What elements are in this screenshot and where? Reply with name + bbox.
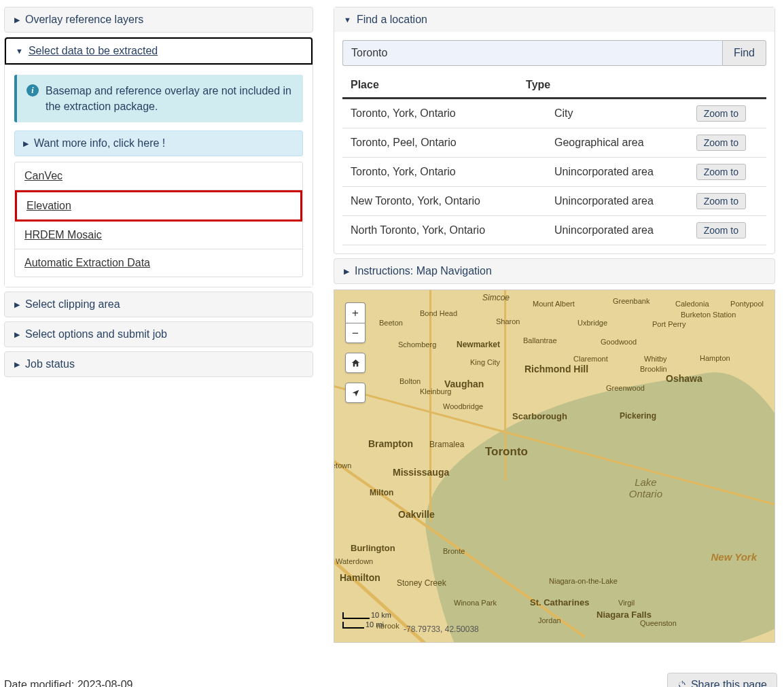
zoom-to-button[interactable]: Zoom to bbox=[696, 164, 746, 180]
place-whitby: Whitby bbox=[644, 355, 667, 363]
zoom-to-button[interactable]: Zoom to bbox=[696, 105, 746, 122]
lake-ontario-label: LakeOntario bbox=[629, 477, 662, 499]
place-claremont: Claremont bbox=[573, 355, 608, 363]
instructions-header[interactable]: ▶ Instructions: Map Navigation bbox=[334, 259, 774, 283]
zoom-to-button[interactable]: Zoom to bbox=[696, 193, 746, 209]
zoom-to-button[interactable]: Zoom to bbox=[696, 135, 746, 151]
chevron-right-icon: ▶ bbox=[14, 330, 20, 339]
want-more-info-header[interactable]: ▶ Want more info, click here ! bbox=[14, 130, 303, 156]
info-icon: i bbox=[26, 84, 39, 96]
place-caledonia: Caledonia bbox=[675, 300, 709, 308]
select-data-header[interactable]: ▼ Select data to be extracted bbox=[5, 37, 313, 65]
map-canvas[interactable]: LakeOntario Toronto Simcoe Newmarket Ric… bbox=[334, 289, 775, 643]
place-pontypool: Pontypool bbox=[730, 300, 764, 308]
col-type: Type bbox=[518, 73, 678, 98]
place-burlington: Burlington bbox=[351, 543, 395, 553]
place-toronto: Toronto bbox=[485, 445, 528, 459]
table-row: Toronto, York, Ontario Unincorporated ar… bbox=[342, 158, 766, 187]
results-scroll[interactable]: Toronto, York, Ontario City Zoom to Toro… bbox=[342, 99, 766, 245]
zoom-to-button[interactable]: Zoom to bbox=[696, 222, 746, 239]
table-row: Toronto, Peel, Ontario Geographical area… bbox=[342, 128, 766, 158]
alert-message: Basemap and reference overlay are not in… bbox=[46, 83, 293, 114]
chevron-right-icon: ▶ bbox=[14, 16, 20, 24]
place-etown: etown bbox=[334, 461, 351, 470]
job-status-header[interactable]: ▶ Job status bbox=[5, 352, 313, 376]
place-goodwood: Goodwood bbox=[601, 338, 637, 346]
find-button[interactable]: Find bbox=[722, 40, 766, 66]
place-king-city: King City bbox=[470, 358, 500, 366]
place-richmond-hill: Richmond Hill bbox=[524, 364, 588, 374]
place-schomberg: Schomberg bbox=[398, 340, 436, 349]
place-ballantrae: Ballantrae bbox=[523, 336, 557, 345]
date-modified: Date modified: 2023-08-09 bbox=[4, 679, 132, 687]
place-jordan: Jordan bbox=[538, 616, 561, 624]
place-mount-albert: Mount Albert bbox=[533, 300, 575, 308]
col-place: Place bbox=[342, 73, 518, 98]
location-search-input[interactable] bbox=[342, 40, 722, 66]
cell-place: Toronto, York, Ontario bbox=[342, 158, 546, 187]
instructions-label: Instructions: Map Navigation bbox=[355, 265, 492, 277]
place-hamilton: Hamilton bbox=[340, 572, 380, 583]
place-greenbank: Greenbank bbox=[613, 297, 649, 305]
data-item-hrdem[interactable]: HRDEM Mosaic bbox=[15, 222, 302, 249]
place-newmarket: Newmarket bbox=[457, 340, 500, 349]
place-virgil: Virgil bbox=[618, 599, 635, 607]
cell-place: Toronto, York, Ontario bbox=[342, 99, 546, 128]
data-item-elevation[interactable]: Elevation bbox=[15, 190, 302, 222]
share-page-button[interactable]: Share this page bbox=[667, 673, 777, 687]
cell-type: City bbox=[546, 99, 677, 128]
map-scale: 10 km 10 mi bbox=[342, 611, 391, 629]
cell-type: Geographical area bbox=[546, 128, 677, 158]
options-label: Select options and submit job bbox=[25, 328, 167, 340]
share-icon bbox=[677, 680, 687, 687]
overlay-header-label: Overlay reference layers bbox=[25, 14, 143, 26]
place-brooklin: Brooklin bbox=[640, 365, 667, 373]
place-queenston: Queenston bbox=[640, 619, 677, 627]
map-coords: -78.79733, 42.50038 bbox=[404, 624, 479, 634]
place-oshawa: Oshawa bbox=[666, 373, 702, 384]
place-woodbridge: Woodbridge bbox=[443, 402, 483, 410]
select-clipping-area-header[interactable]: ▶ Select clipping area bbox=[5, 292, 313, 317]
place-bronte: Bronte bbox=[443, 547, 465, 555]
col-action bbox=[678, 73, 766, 98]
cell-type: Unincorporated area bbox=[546, 158, 677, 187]
place-winona: Winona Park bbox=[454, 599, 497, 607]
locate-button[interactable] bbox=[345, 383, 366, 403]
find-location-header[interactable]: ▼ Find a location bbox=[334, 7, 774, 32]
chevron-right-icon: ▶ bbox=[14, 360, 20, 369]
place-port-perry: Port Perry bbox=[652, 320, 686, 328]
place-stoney-creek: Stoney Creek bbox=[397, 578, 446, 588]
table-row: New Toronto, York, Ontario Unincorporate… bbox=[342, 187, 766, 216]
table-row: Toronto, York, Ontario City Zoom to bbox=[342, 99, 766, 128]
select-options-header[interactable]: ▶ Select options and submit job bbox=[5, 322, 313, 347]
road-line bbox=[429, 290, 431, 521]
cell-place: New Toronto, York, Ontario bbox=[342, 187, 546, 216]
place-greenwood: Greenwood bbox=[606, 384, 645, 392]
data-item-auto-extraction[interactable]: Automatic Extraction Data bbox=[15, 249, 302, 277]
place-mississauga: Mississauga bbox=[393, 467, 449, 478]
zoom-out-button[interactable]: − bbox=[345, 323, 366, 343]
table-row: North Toronto, York, Ontario Unincorpora… bbox=[342, 216, 766, 245]
place-milton: Milton bbox=[370, 488, 393, 497]
place-oakville: Oakville bbox=[398, 509, 435, 520]
overlay-reference-layers-header[interactable]: ▶ Overlay reference layers bbox=[5, 7, 313, 32]
home-icon bbox=[351, 358, 361, 368]
place-sharon: Sharon bbox=[496, 317, 520, 325]
zoom-in-button[interactable]: + bbox=[345, 302, 366, 323]
place-pickering: Pickering bbox=[620, 411, 656, 421]
home-extent-button[interactable] bbox=[345, 353, 366, 373]
place-beeton: Beeton bbox=[379, 319, 403, 327]
chevron-right-icon: ▶ bbox=[344, 267, 349, 276]
status-label: Job status bbox=[25, 358, 75, 370]
place-niagara-falls: Niagara Falls bbox=[596, 610, 652, 620]
data-item-canvec[interactable]: CanVec bbox=[15, 162, 302, 190]
place-new-york: New York bbox=[711, 551, 757, 563]
place-st-catharines: St. Catharines bbox=[530, 597, 589, 607]
place-brampton: Brampton bbox=[368, 438, 413, 449]
place-hampton: Hampton bbox=[700, 354, 730, 362]
find-location-label: Find a location bbox=[357, 14, 427, 26]
place-waterdown: Waterdown bbox=[336, 557, 373, 565]
place-scarborough: Scarborough bbox=[512, 411, 567, 421]
place-burketon: Burketon Station bbox=[681, 311, 736, 319]
clipping-label: Select clipping area bbox=[25, 298, 120, 311]
